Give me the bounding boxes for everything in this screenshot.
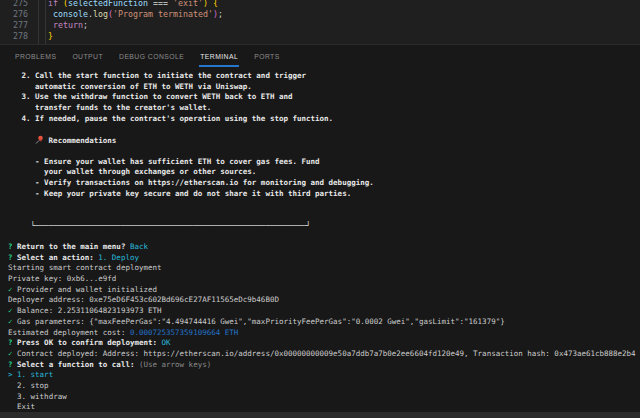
tab-ports[interactable]: PORTS xyxy=(253,45,281,67)
tab-problems[interactable]: PROBLEMS xyxy=(14,45,57,67)
panel-tab-bar: PROBLEMSOUTPUTDEBUG CONSOLETERMINALPORTS xyxy=(0,44,640,67)
terminal-line: 4. If needed, pause the contract's opera… xyxy=(8,114,640,125)
editor-lines: 275 if (selectedFunction === 'exit') {27… xyxy=(0,0,640,42)
indent-guide xyxy=(45,0,46,44)
terminal-line: ✓ Balance: 2.25311064823193973 ETH xyxy=(8,306,640,317)
terminal-line: Deployer address: 0xe75eD6F453c602Bd696c… xyxy=(8,295,640,306)
terminal-line: 2. Call the start function to initiate t… xyxy=(8,71,640,82)
horizontal-scrollbar[interactable] xyxy=(0,412,640,418)
terminal-line xyxy=(8,124,640,135)
code-line[interactable]: 277 return; xyxy=(0,20,640,31)
pushpin-icon xyxy=(35,135,44,144)
terminal-line: - Keep your private key secure and do no… xyxy=(8,189,640,200)
terminal-line: 2. stop xyxy=(8,381,640,392)
code-line[interactable]: 278 } xyxy=(0,31,640,42)
terminal-line xyxy=(8,231,640,242)
terminal-line: Recommendations xyxy=(8,135,640,146)
terminal-line: transfer funds to the creator's wallet. xyxy=(8,103,640,114)
vscode-window: 275 if (selectedFunction === 'exit') {27… xyxy=(0,0,640,418)
terminal-line: Starting smart contract deployment xyxy=(8,263,640,274)
code-text: console.log('Program terminated'); xyxy=(28,9,223,20)
terminal-line: Private key: 0xb6...e9fd xyxy=(8,274,640,285)
tab-terminal[interactable]: TERMINAL xyxy=(199,45,239,67)
terminal-line: - Ensure your wallet has sufficient ETH … xyxy=(8,157,640,168)
indent-guide xyxy=(38,0,39,44)
terminal-line: 3. Use the withdraw function to convert … xyxy=(8,92,640,103)
tab-debug-console[interactable]: DEBUG CONSOLE xyxy=(118,45,185,67)
terminal-line xyxy=(8,199,640,210)
code-line[interactable]: 276 console.log('Program terminated'); xyxy=(0,9,640,20)
terminal-line: ? Select an action: 1. Deploy xyxy=(8,253,640,264)
terminal-line: ? Return to the main menu? Back xyxy=(8,242,640,253)
code-editor[interactable]: 275 if (selectedFunction === 'exit') {27… xyxy=(0,0,640,44)
terminal-line: Estimated deployment cost: 0.00072535735… xyxy=(8,328,640,339)
terminal[interactable]: 2. Call the start function to initiate t… xyxy=(0,67,640,418)
terminal-line: 3. withdraw xyxy=(8,392,640,403)
terminal-line: your wallet through exchanges or other s… xyxy=(8,167,640,178)
terminal-line: ✓ Gas parameters: {"maxFeePerGas":"4.494… xyxy=(8,317,640,328)
line-number: 276 xyxy=(0,9,28,20)
code-text: return; xyxy=(28,20,88,31)
terminal-line xyxy=(8,210,640,221)
terminal-line: ✓ Contract deployed: Address: https://et… xyxy=(8,349,640,360)
line-number: 275 xyxy=(0,0,28,9)
terminal-line: ✓ Provider and wallet initialized xyxy=(8,285,640,296)
tab-output[interactable]: OUTPUT xyxy=(71,45,104,67)
terminal-line: ? Press OK to confirm deployment: OK xyxy=(8,338,640,349)
code-text: if (selectedFunction === 'exit') { xyxy=(28,0,218,9)
code-line[interactable]: 275 if (selectedFunction === 'exit') { xyxy=(0,0,640,9)
panel-tabs: PROBLEMSOUTPUTDEBUG CONSOLETERMINALPORTS xyxy=(0,45,640,67)
terminal-line: └───────────────────────────────────────… xyxy=(8,221,640,232)
line-number: 277 xyxy=(0,20,28,31)
terminal-line: > 1. start xyxy=(8,370,640,381)
terminal-line: - Verify transactions on https://ethersc… xyxy=(8,178,640,189)
terminal-line xyxy=(8,146,640,157)
terminal-line: ? Select a function to call: (Use arrow … xyxy=(8,360,640,371)
code-text: } xyxy=(28,31,53,42)
terminal-line: automatic conversion of ETH to WETH via … xyxy=(8,82,640,93)
line-number: 278 xyxy=(0,31,28,42)
terminal-output: 2. Call the start function to initiate t… xyxy=(8,71,640,413)
